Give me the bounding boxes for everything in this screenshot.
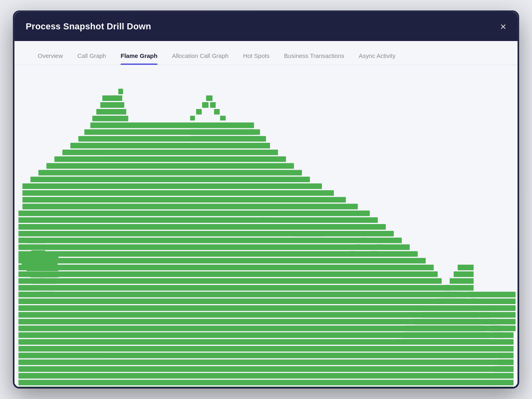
svg-rect-43: [414, 319, 482, 325]
tab-async-activity[interactable]: Async Activity: [352, 52, 403, 65]
svg-rect-42: [406, 326, 486, 331]
svg-rect-97: [350, 251, 355, 256]
svg-rect-40: [398, 339, 493, 345]
svg-rect-32: [46, 163, 294, 169]
flame-graph: [14, 65, 518, 387]
svg-rect-28: [23, 190, 334, 196]
svg-rect-78: [100, 102, 125, 108]
svg-rect-18: [18, 258, 426, 263]
svg-rect-16: [18, 271, 438, 277]
svg-rect-86: [206, 95, 213, 101]
svg-rect-83: [190, 116, 195, 121]
svg-rect-19: [18, 251, 418, 257]
svg-rect-102: [18, 387, 514, 387]
svg-rect-76: [92, 116, 128, 121]
flame-graph-svg: [14, 65, 518, 387]
svg-rect-84: [196, 109, 202, 115]
svg-rect-47: [442, 292, 473, 297]
svg-rect-24: [18, 217, 378, 223]
modal-title: Process Snapshot Drill Down: [26, 21, 151, 32]
svg-rect-94: [260, 217, 266, 223]
svg-rect-12: [18, 298, 466, 304]
svg-rect-71: [35, 261, 45, 265]
svg-rect-39: [394, 346, 497, 352]
modal-header: Process Snapshot Drill Down ×: [14, 12, 518, 41]
svg-rect-82: [118, 88, 123, 94]
svg-rect-53: [489, 326, 516, 331]
svg-rect-72: [33, 256, 45, 260]
svg-rect-95: [294, 231, 326, 237]
svg-rect-63: [33, 279, 57, 284]
svg-rect-81: [112, 95, 117, 101]
svg-rect-54: [484, 319, 516, 325]
tab-allocation-call-graph[interactable]: Allocation Call Graph: [165, 52, 236, 65]
svg-rect-90: [190, 129, 254, 135]
svg-rect-85: [202, 102, 209, 108]
svg-rect-44: [422, 312, 478, 318]
svg-rect-69: [38, 273, 44, 277]
svg-rect-59: [497, 360, 514, 365]
svg-rect-62: [35, 286, 57, 290]
svg-rect-99: [362, 238, 367, 243]
tab-flame-graph[interactable]: Flame Graph: [113, 52, 165, 65]
svg-rect-17: [18, 265, 434, 270]
svg-rect-101: [376, 245, 383, 249]
svg-rect-61: [39, 292, 55, 296]
svg-rect-11: [18, 305, 478, 311]
tab-call-graph[interactable]: Call Graph: [70, 52, 114, 65]
svg-rect-0: [18, 380, 514, 385]
svg-rect-1: [18, 373, 514, 378]
svg-rect-56: [476, 305, 516, 311]
svg-rect-34: [62, 150, 278, 155]
tab-hot-spots[interactable]: Hot Spots: [236, 52, 277, 65]
svg-rect-31: [39, 170, 302, 175]
tab-overview[interactable]: Overview: [31, 52, 70, 65]
svg-rect-22: [18, 231, 394, 237]
svg-rect-15: [18, 278, 442, 284]
svg-rect-21: [18, 238, 402, 243]
svg-rect-20: [18, 245, 410, 250]
svg-rect-73: [31, 250, 45, 254]
svg-rect-68: [39, 278, 44, 282]
svg-rect-25: [18, 210, 370, 216]
svg-rect-89: [220, 116, 226, 121]
svg-rect-14: [18, 285, 450, 291]
svg-rect-88: [214, 109, 220, 115]
svg-rect-58: [470, 292, 516, 297]
svg-rect-38: [90, 123, 254, 128]
svg-rect-70: [36, 267, 44, 271]
svg-rect-33: [54, 156, 286, 162]
svg-rect-48: [446, 285, 474, 291]
svg-rect-29: [23, 183, 322, 189]
svg-rect-45: [430, 305, 477, 311]
svg-rect-64: [31, 273, 59, 278]
svg-rect-98: [356, 245, 361, 249]
svg-rect-3: [18, 360, 514, 365]
close-button[interactable]: ×: [500, 21, 506, 32]
svg-rect-87: [210, 102, 216, 108]
svg-rect-80: [106, 102, 111, 107]
svg-rect-51: [458, 265, 474, 270]
content-area: [14, 65, 518, 387]
svg-rect-93: [254, 224, 260, 230]
svg-rect-49: [450, 278, 474, 284]
svg-rect-30: [31, 177, 310, 182]
svg-rect-23: [18, 224, 386, 230]
svg-rect-57: [472, 298, 516, 304]
svg-rect-96: [298, 224, 322, 230]
svg-rect-74: [30, 245, 46, 249]
tab-bar: Overview Call Graph Flame Graph Allocati…: [14, 41, 518, 65]
svg-rect-75: [28, 239, 46, 243]
modal-container: Process Snapshot Drill Down × Overview C…: [13, 10, 519, 389]
svg-rect-91: [190, 136, 262, 142]
tab-business-transactions[interactable]: Business Transactions: [277, 52, 352, 65]
svg-rect-60: [493, 366, 514, 372]
svg-rect-27: [23, 197, 346, 203]
svg-rect-2: [18, 366, 514, 372]
svg-rect-4: [18, 353, 514, 358]
svg-rect-92: [190, 143, 270, 148]
svg-rect-50: [454, 271, 474, 277]
svg-rect-26: [23, 204, 358, 210]
svg-rect-100: [370, 251, 378, 256]
svg-rect-41: [402, 332, 490, 338]
